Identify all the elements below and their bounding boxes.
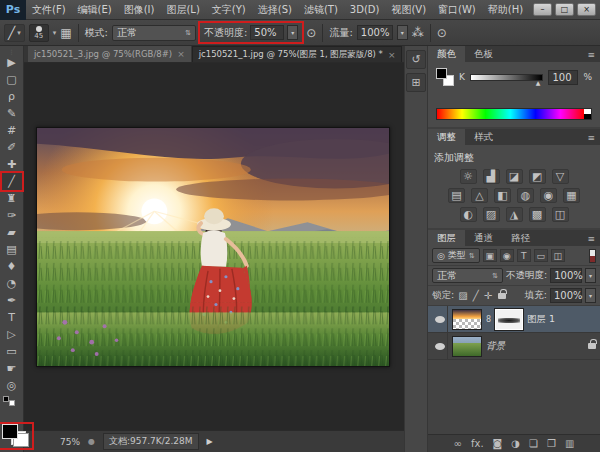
opacity-input[interactable]: 50% <box>250 25 284 40</box>
menu-select[interactable]: 选择(S) <box>252 0 298 20</box>
background-layer-row[interactable]: 背景 <box>428 333 600 360</box>
layer-style-icon[interactable]: fx. <box>471 438 484 449</box>
move-tool[interactable]: ▶ <box>2 54 22 71</box>
brush-tool-selected[interactable]: ╱ <box>2 173 22 190</box>
eye-icon[interactable] <box>435 343 445 350</box>
invert-icon[interactable]: ◐ <box>460 207 477 222</box>
shape-tool[interactable]: ▭ <box>2 343 22 360</box>
eyedropper-tool[interactable]: ✐ <box>2 139 22 156</box>
exposure-icon[interactable]: ◩ <box>529 169 546 184</box>
menu-image[interactable]: 图像(I) <box>118 0 161 20</box>
color-balance-icon[interactable]: △ <box>471 188 488 203</box>
pressure-size-icon[interactable]: ⊙ <box>437 26 447 40</box>
menu-layer[interactable]: 图层(L) <box>160 0 205 20</box>
tab-channels[interactable]: 通道 <box>465 230 502 246</box>
eraser-tool[interactable]: ▰ <box>2 224 22 241</box>
hand-tool[interactable]: ☛ <box>2 360 22 377</box>
eye-icon[interactable] <box>435 316 445 323</box>
filter-adjustment-layers-icon[interactable]: ◉ <box>500 249 514 262</box>
new-group-icon[interactable]: ❏ <box>529 438 538 449</box>
marquee-tool[interactable]: ▢ <box>2 71 22 88</box>
tab-swatches[interactable]: 色板 <box>465 46 502 62</box>
path-selection-tool[interactable]: ▷ <box>2 326 22 343</box>
add-mask-icon[interactable]: ◙ <box>493 438 503 449</box>
history-brush-tool[interactable]: ✑ <box>2 207 22 224</box>
toggle-brush-panel-icon[interactable]: ▦ <box>60 26 71 40</box>
properties-panel-icon[interactable]: ⊞ <box>406 73 426 92</box>
selective-color-icon[interactable]: ▩ <box>529 207 546 222</box>
document-tab-2-active[interactable]: jc150521_1.jpg @ 75%(图层 1, 图层蒙版/8) * × <box>192 46 403 62</box>
maximize-button[interactable]: □ <box>555 3 574 16</box>
menu-file[interactable]: 文件(F) <box>26 0 72 20</box>
close-icon[interactable]: × <box>388 50 396 60</box>
posterize-icon[interactable]: ▨ <box>483 207 500 222</box>
background-thumbnail[interactable] <box>452 336 482 357</box>
levels-icon[interactable]: ▟ <box>483 169 500 184</box>
layer-name[interactable]: 图层 1 <box>527 313 555 326</box>
vibrance-icon[interactable]: ▽ <box>552 169 569 184</box>
brush-tool-preset-chip[interactable]: ╱ ▾ <box>4 24 25 42</box>
filter-toggle-switch[interactable] <box>589 249 596 263</box>
photo-filter-icon[interactable]: ◍ <box>517 188 534 203</box>
threshold-icon[interactable]: ◮ <box>506 207 523 222</box>
link-layers-icon[interactable]: ∞ <box>454 438 462 449</box>
delete-layer-icon[interactable]: ▥ <box>565 438 574 449</box>
airbrush-icon[interactable]: ⁂ <box>412 26 424 40</box>
lock-all-icon[interactable] <box>498 293 506 299</box>
menu-3d[interactable]: 3D(D) <box>344 0 386 20</box>
canvas-image[interactable] <box>36 127 390 367</box>
close-icon[interactable]: × <box>177 49 185 59</box>
color-lookup-icon[interactable]: ▦ <box>563 188 580 203</box>
color-spectrum-ramp[interactable] <box>436 108 592 120</box>
fill-dropdown[interactable]: ▾ <box>585 288 596 303</box>
filter-smart-objects-icon[interactable]: ◫ <box>551 249 565 262</box>
color-panel-swatches[interactable] <box>436 68 454 86</box>
flow-dropdown-button[interactable]: ▾ <box>397 25 408 40</box>
channel-mixer-icon[interactable]: ◉ <box>540 188 557 203</box>
tab-layers[interactable]: 图层 <box>428 230 465 246</box>
menu-window[interactable]: 窗口(W) <box>432 0 482 20</box>
k-slider[interactable]: ▲ <box>470 74 544 81</box>
panel-menu-icon[interactable]: ≡ <box>582 131 600 145</box>
crop-tool[interactable]: # <box>2 122 22 139</box>
visibility-cell[interactable] <box>432 333 448 359</box>
clone-stamp-tool[interactable]: ♜ <box>2 190 22 207</box>
document-tab-1[interactable]: jc150521_3.jpg @ 75%(RGB/8#) × <box>28 46 191 62</box>
flow-input[interactable]: 100% <box>357 25 393 40</box>
slider-marker-icon[interactable]: ▲ <box>536 79 541 86</box>
hue-saturation-icon[interactable]: ▤ <box>448 188 465 203</box>
layer-blend-mode-select[interactable]: 正常 ⇅ <box>432 268 503 283</box>
dodge-tool[interactable]: ◔ <box>2 275 22 292</box>
panel-menu-icon[interactable]: ≡ <box>582 48 600 62</box>
blend-mode-select[interactable]: 正常 ⇅ <box>112 25 196 41</box>
menu-view[interactable]: 视图(V) <box>385 0 432 20</box>
layer-opacity-dropdown[interactable]: ▾ <box>585 268 596 283</box>
curves-icon[interactable]: ◪ <box>506 169 523 184</box>
pen-tool[interactable]: ✒ <box>2 292 22 309</box>
quick-selection-tool[interactable]: ✎ <box>2 105 22 122</box>
chevron-down-icon[interactable]: ▾ <box>53 29 57 37</box>
mask-link-icon[interactable]: 8 <box>486 315 491 324</box>
history-panel-icon[interactable]: ↺ <box>406 50 426 69</box>
layer-row-selected[interactable]: 8 图层 1 <box>428 306 600 333</box>
gradient-map-icon[interactable]: ◫ <box>552 207 569 222</box>
zoom-level[interactable]: 75% <box>60 437 80 447</box>
new-layer-icon[interactable]: ❐ <box>547 438 556 449</box>
opacity-dropdown-button[interactable]: ▾ <box>287 25 298 40</box>
brush-size-picker[interactable]: 45 <box>29 24 49 42</box>
panel-menu-icon[interactable]: ≡ <box>582 232 600 246</box>
tab-styles[interactable]: 样式 <box>465 129 502 145</box>
blur-tool[interactable]: ♦ <box>2 258 22 275</box>
tab-color[interactable]: 颜色 <box>428 46 465 62</box>
status-menu-arrow[interactable]: ▶ <box>207 437 213 446</box>
spot-healing-tool[interactable]: ✚ <box>2 156 22 173</box>
minimize-button[interactable]: – <box>533 3 552 16</box>
layer-mask-thumbnail[interactable] <box>495 309 523 330</box>
filter-pixel-layers-icon[interactable]: ▣ <box>483 249 497 262</box>
new-adjustment-layer-icon[interactable]: ◑ <box>511 438 520 449</box>
fill-input[interactable]: 100% <box>550 288 582 303</box>
lasso-tool[interactable]: ρ <box>2 88 22 105</box>
spectrum-gradient[interactable] <box>437 109 584 119</box>
filter-shape-layers-icon[interactable]: ▭ <box>534 249 548 262</box>
lock-paint-icon[interactable]: ╱ <box>472 290 480 301</box>
